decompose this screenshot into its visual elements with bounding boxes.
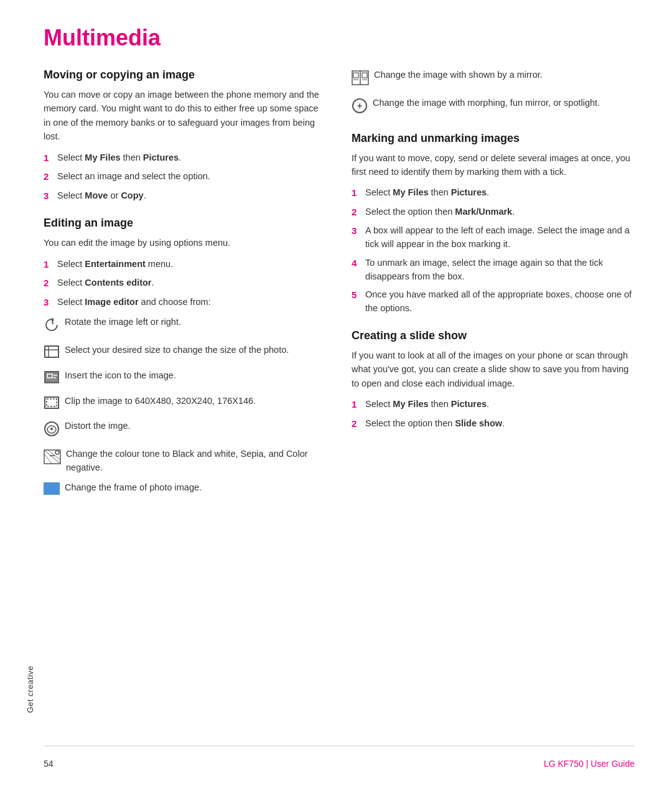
- marking-steps-list: 1 Select My Files then Pictures. 2 Selec…: [352, 186, 635, 316]
- slideshow-step-2: 2 Select the option then Slide show.: [352, 417, 635, 431]
- svg-rect-17: [353, 73, 358, 78]
- marking-step-4: 4 To unmark an image, select the image a…: [352, 256, 635, 284]
- right-column: Change the image with shown by a mirror.…: [352, 68, 635, 746]
- icon-item-mirror: Change the image with shown by a mirror.: [352, 68, 635, 90]
- svg-point-13: [55, 451, 59, 454]
- svg-text:+: +: [357, 101, 362, 111]
- moving-step-2: 2 Select an image and select the option.: [44, 170, 327, 184]
- left-column: Moving or copying an image You can move …: [44, 68, 327, 746]
- mirror-icon: [352, 70, 369, 90]
- svg-rect-14: [44, 482, 60, 495]
- footer-brand: LG KF750 | User Guide: [544, 759, 635, 769]
- clip-icon: [44, 396, 60, 414]
- marking-step-5: 5 Once you have marked all of the approp…: [352, 288, 635, 316]
- slideshow-step-1: 1 Select My Files then Pictures.: [352, 398, 635, 412]
- icon-item-rotate: Rotate the image left or right.: [44, 316, 327, 337]
- resize-icon: [44, 345, 60, 363]
- icon-item-insert: Insert the icon to the image.: [44, 369, 327, 388]
- morph-icon: +: [352, 98, 368, 118]
- svg-rect-1: [45, 346, 58, 357]
- icon-item-distort: Distort the imge.: [44, 419, 327, 441]
- section-marking-body: If you want to move, copy, send or delet…: [352, 151, 635, 179]
- slideshow-steps-list: 1 Select My Files then Pictures. 2 Selec…: [352, 398, 635, 431]
- footer-page-number: 54: [44, 759, 54, 769]
- editing-step-2: 2 Select Contents editor.: [44, 276, 327, 291]
- editing-step-1: 1 Select Entertainment menu.: [44, 258, 327, 272]
- main-content: Multimedia Moving or copying an image Yo…: [44, 25, 635, 769]
- rotate-icon: [44, 317, 60, 337]
- frame-icon: [44, 482, 60, 499]
- svg-marker-0: [52, 317, 54, 322]
- icon-item-color: Change the colour tone to Black and whit…: [44, 448, 327, 475]
- side-label: Get creative: [26, 665, 35, 713]
- editing-step-3: 3 Select Image editor and choose from:: [44, 296, 327, 310]
- moving-step-1: 1 Select My Files then Pictures.: [44, 151, 327, 166]
- page-footer: 54 LG KF750 | User Guide: [44, 746, 635, 769]
- section-marking-title: Marking and unmarking images: [352, 132, 635, 145]
- marking-step-2: 2 Select the option then Mark/Unmark.: [352, 205, 635, 220]
- moving-step-3: 3 Select Move or Copy.: [44, 189, 327, 204]
- insert-icon: [44, 370, 60, 388]
- svg-point-11: [50, 428, 53, 430]
- editing-steps-list: 1 Select Entertainment menu. 2 Select Co…: [44, 258, 327, 310]
- section-editing-body: You can edit the image by using options …: [44, 236, 327, 250]
- color-icon: [44, 449, 61, 469]
- section-editing-title: Editing an image: [44, 217, 327, 230]
- svg-rect-9: [47, 399, 57, 406]
- page-container: Get creative Multimedia Moving or copyin…: [0, 0, 672, 806]
- icon-item-resize: Select your desired size to change the s…: [44, 344, 327, 363]
- icon-item-frame: Change the frame of photo image.: [44, 481, 327, 499]
- distort-icon: [44, 421, 60, 441]
- moving-steps-list: 1 Select My Files then Pictures. 2 Selec…: [44, 151, 327, 204]
- page-title: Multimedia: [44, 25, 635, 51]
- icon-item-morph: + Change the image with morphing, fun mi…: [352, 96, 635, 118]
- icon-item-clip: Clip the image to 640X480, 320X240, 176X…: [44, 395, 327, 414]
- svg-rect-18: [362, 73, 367, 78]
- two-column-layout: Moving or copying an image You can move …: [44, 68, 635, 746]
- section-moving-body: You can move or copy an image between th…: [44, 88, 327, 144]
- section-slideshow-body: If you want to look at all of the images…: [352, 349, 635, 390]
- section-moving-title: Moving or copying an image: [44, 68, 327, 82]
- marking-step-1: 1 Select My Files then Pictures.: [352, 186, 635, 200]
- section-slideshow-title: Creating a slide show: [352, 329, 635, 342]
- marking-step-3: 3 A box will appear to the left of each …: [352, 224, 635, 251]
